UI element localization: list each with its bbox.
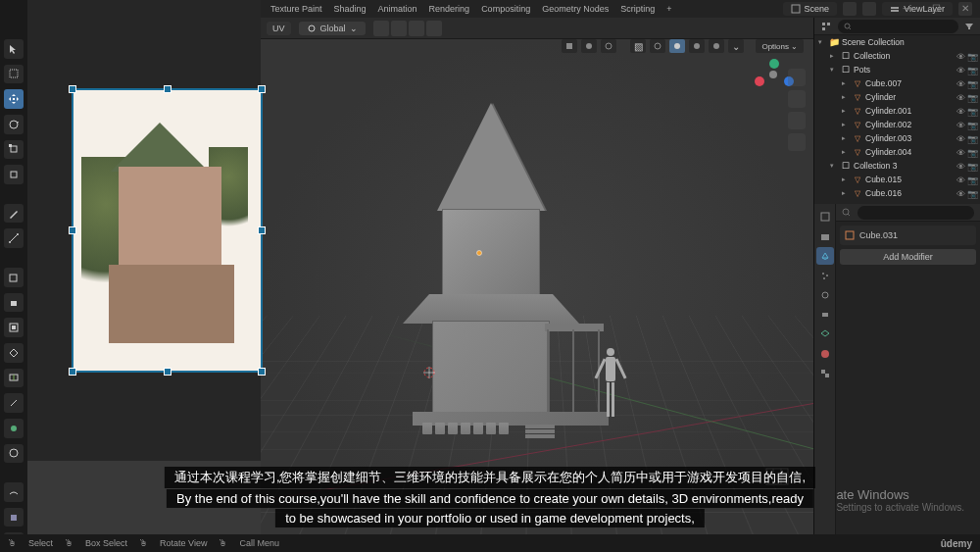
house-model[interactable] [393, 103, 589, 466]
outliner-type-icon[interactable] [820, 21, 832, 32]
menu-geometry-nodes[interactable]: Geometry Nodes [542, 4, 609, 14]
tree-cylinder002[interactable]: ▸▽Cylinder.002👁📷 [814, 118, 980, 131]
tree-scene-collection[interactable]: ▾📁Scene Collection [814, 35, 980, 49]
maximize-button[interactable]: ☐ [921, 0, 951, 16]
properties-search[interactable] [858, 206, 974, 220]
status-box-select: Box Select [85, 538, 127, 548]
tree-cube015[interactable]: ▸▽Cube.015👁📷 [814, 173, 980, 186]
outliner-search[interactable] [838, 20, 958, 33]
proportional-type-button[interactable] [426, 21, 442, 36]
mouse-icon: 🖱 [139, 538, 148, 548]
camera-icon[interactable] [788, 112, 806, 129]
tool-rotate[interactable] [4, 115, 24, 134]
tool-loopcut[interactable] [4, 369, 24, 388]
prop-tab-texture[interactable] [816, 365, 834, 382]
tool-select-box[interactable] [4, 65, 24, 84]
gizmo-y-axis[interactable] [769, 59, 779, 69]
tool-extrude[interactable] [4, 293, 24, 313]
minimize-button[interactable]: ─ [892, 0, 921, 16]
scene-delete[interactable] [862, 2, 876, 16]
menu-add-workspace[interactable]: + [666, 4, 671, 14]
prop-tab-physics[interactable] [816, 286, 834, 304]
menu-rendering[interactable]: Rendering [429, 4, 470, 14]
wireframe-shade[interactable] [650, 39, 665, 53]
reference-image[interactable] [72, 88, 263, 373]
prop-tab-data[interactable] [816, 326, 834, 343]
close-button[interactable]: ✕ [951, 0, 980, 16]
tree-cylinder004[interactable]: ▸▽Cylinder.004👁📷 [814, 145, 980, 159]
svg-rect-8 [11, 301, 17, 306]
prop-tab-particle[interactable] [816, 267, 834, 284]
tree-cylinder[interactable]: ▸▽Cylinder👁📷 [814, 90, 980, 104]
svg-point-25 [694, 43, 700, 49]
tool-add-cube[interactable] [4, 268, 24, 287]
tree-cylinder001[interactable]: ▸▽Cylinder.001👁📷 [814, 104, 980, 118]
prop-tab-output[interactable] [816, 227, 834, 245]
tool-measure[interactable] [4, 228, 24, 248]
solid-shade[interactable] [669, 39, 685, 53]
scene-new[interactable] [843, 2, 857, 16]
image-handle-br[interactable] [258, 368, 266, 376]
tool-scale[interactable] [4, 140, 24, 160]
menu-animation[interactable]: Animation [378, 4, 417, 14]
editor-label[interactable]: UV [267, 22, 291, 35]
prop-tab-material[interactable] [816, 345, 834, 363]
tree-collection[interactable]: ▸☐Collection👁📷 [814, 49, 980, 63]
image-handle-b[interactable] [164, 368, 172, 376]
orientation-dropdown[interactable]: Global ⌄ [299, 22, 366, 35]
menu-scripting[interactable]: Scripting [620, 4, 655, 14]
image-handle-l[interactable] [69, 226, 76, 234]
perspective-icon[interactable] [788, 133, 806, 151]
tool-smooth[interactable] [4, 482, 24, 502]
xray-toggle[interactable]: ▧ [630, 39, 646, 53]
proportional-button[interactable] [409, 21, 424, 36]
tool-edge[interactable] [4, 508, 24, 527]
overlay-toggle[interactable] [601, 39, 616, 53]
tool-knife[interactable] [4, 393, 24, 413]
mannequin-model[interactable] [599, 348, 622, 428]
material-shade[interactable] [689, 39, 705, 53]
tool-spin[interactable] [4, 444, 24, 464]
pan-icon[interactable] [788, 90, 806, 108]
menu-texture-paint[interactable]: Texture Paint [270, 4, 322, 14]
viewport-3d[interactable] [261, 39, 813, 534]
search-icon [844, 23, 852, 30]
image-handle-tl[interactable] [69, 85, 76, 93]
menu-shading[interactable]: Shading [334, 4, 367, 14]
snap-button[interactable] [391, 21, 407, 36]
tree-collection3[interactable]: ▾☐Collection 3👁📷 [814, 159, 980, 173]
prop-tab-render[interactable] [816, 208, 834, 226]
scene-selector[interactable]: Scene [783, 2, 838, 16]
tree-pots-collection[interactable]: ▾☐Pots👁📷 [814, 63, 980, 76]
menu-compositing[interactable]: Compositing [481, 4, 530, 14]
image-handle-tr[interactable] [258, 85, 266, 93]
image-handle-t[interactable] [164, 85, 172, 93]
tree-cube016[interactable]: ▸▽Cube.016👁📷 [814, 186, 980, 200]
image-handle-r[interactable] [258, 226, 266, 234]
tool-annotate[interactable] [4, 204, 24, 224]
add-modifier-button[interactable]: Add Modifier [840, 249, 976, 265]
rendered-shade[interactable] [709, 39, 724, 53]
gizmo-x-axis[interactable] [755, 76, 764, 86]
zoom-icon[interactable] [788, 69, 806, 86]
tool-move[interactable] [4, 89, 24, 109]
tree-cylinder003[interactable]: ▸▽Cylinder.003👁📷 [814, 131, 980, 145]
tool-transform[interactable] [4, 165, 24, 184]
viewport-options[interactable]: Options ⌄ [756, 39, 804, 53]
filter-icon[interactable] [964, 22, 974, 31]
tool-cursor[interactable] [4, 39, 24, 59]
object-name-header[interactable]: Cube.031 [840, 226, 976, 245]
svg-rect-37 [821, 234, 829, 240]
select-visible[interactable] [562, 39, 577, 53]
svg-point-19 [309, 25, 315, 31]
prop-tab-constraint[interactable] [816, 306, 834, 324]
gizmo-toggle[interactable] [581, 39, 597, 53]
tree-cube007[interactable]: ▸▽Cube.007👁📷 [814, 76, 980, 90]
tool-inset[interactable] [4, 318, 24, 337]
pivot-button[interactable] [373, 21, 389, 36]
image-handle-bl[interactable] [69, 368, 76, 376]
prop-tab-modifier[interactable] [816, 247, 834, 265]
shading-dropdown[interactable]: ⌄ [728, 39, 744, 53]
tool-bevel[interactable] [4, 343, 24, 363]
tool-poly[interactable] [4, 419, 24, 438]
